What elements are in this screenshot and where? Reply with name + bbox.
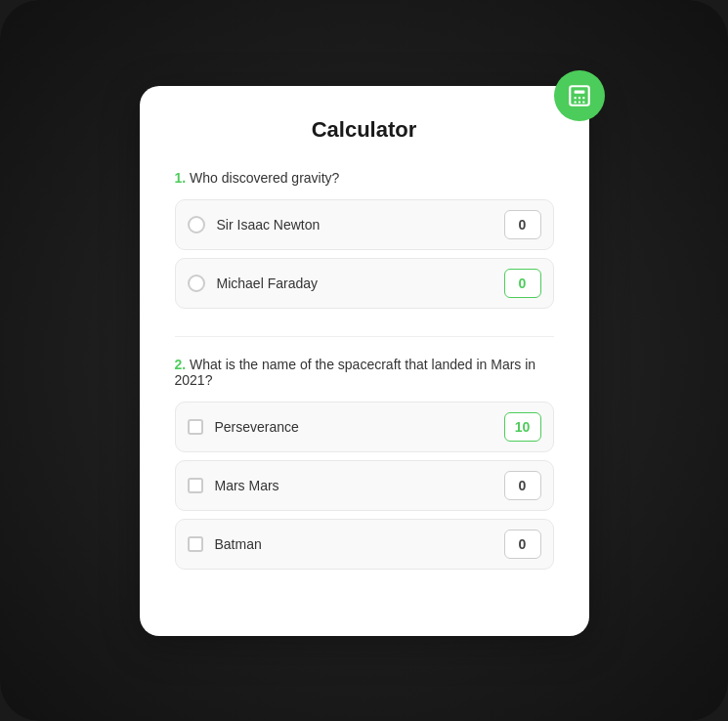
page-title: Calculator: [175, 117, 554, 143]
score-badge-highlighted: 0: [504, 269, 541, 298]
answer-label: Perseverance: [215, 419, 504, 435]
score-badge: 0: [504, 210, 541, 239]
answer-row[interactable]: Batman 0: [175, 519, 554, 570]
svg-rect-7: [582, 101, 584, 103]
svg-rect-2: [574, 97, 576, 99]
answer-row[interactable]: Sir Isaac Newton 0: [175, 199, 554, 250]
calculator-icon: [554, 70, 605, 121]
checkbox-mars-mars[interactable]: [188, 478, 203, 493]
score-badge: 0: [504, 471, 541, 500]
svg-rect-4: [582, 97, 584, 99]
question-1-label: 1. Who discovered gravity?: [175, 170, 554, 186]
checkbox-batman[interactable]: [188, 536, 203, 552]
calculator-card: Calculator 1. Who discovered gravity? Si…: [140, 86, 589, 636]
radio-sir-isaac[interactable]: [188, 216, 205, 233]
question-1-text: Who discovered gravity?: [190, 170, 339, 186]
svg-rect-3: [578, 97, 579, 99]
checkbox-perseverance[interactable]: [188, 419, 203, 435]
answer-label: Sir Isaac Newton: [217, 217, 504, 233]
question-1: 1. Who discovered gravity? Sir Isaac New…: [175, 170, 554, 309]
answer-label: Batman: [215, 536, 504, 552]
svg-rect-1: [574, 90, 584, 93]
answer-row[interactable]: Mars Mars 0: [175, 460, 554, 511]
svg-rect-6: [578, 101, 579, 103]
score-badge-highlighted: 10: [504, 412, 541, 442]
answer-row[interactable]: Michael Faraday 0: [175, 258, 554, 309]
question-2-number: 2.: [175, 357, 187, 372]
radio-faraday[interactable]: [188, 275, 205, 292]
score-badge: 0: [504, 530, 541, 559]
answer-label: Mars Mars: [215, 478, 504, 493]
question-1-number: 1.: [175, 170, 187, 186]
question-2-text: What is the name of the spacecraft that …: [175, 357, 536, 388]
divider: [175, 336, 554, 337]
answer-row[interactable]: Perseverance 10: [175, 402, 554, 452]
question-2: 2. What is the name of the spacecraft th…: [175, 357, 554, 570]
svg-rect-5: [574, 101, 576, 103]
answer-label: Michael Faraday: [217, 276, 504, 291]
question-2-label: 2. What is the name of the spacecraft th…: [175, 357, 554, 388]
